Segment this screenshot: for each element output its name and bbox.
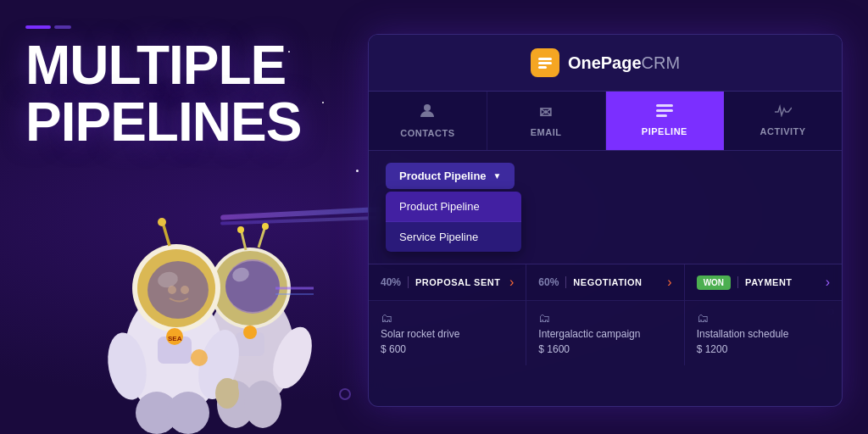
- svg-rect-41: [656, 104, 673, 107]
- logo-two: CRM: [642, 53, 681, 72]
- stage-negotiation-header: 60% NEGOTIATION ›: [526, 264, 683, 301]
- pipeline-dropdown-area: Product Pipeline ▼ Product Pipeline Serv…: [369, 151, 842, 196]
- deal-proposal-icon: 🗂: [381, 311, 514, 325]
- tab-email-label: EMAIL: [531, 127, 562, 137]
- stage-proposal-header: 40% PROPOSAL SENT ›: [369, 264, 526, 301]
- crm-panel: OnePageCRM CONTACTS ✉ EMAIL: [368, 34, 843, 407]
- svg-point-13: [243, 326, 257, 339]
- tab-pipeline-label: PIPELINE: [642, 126, 687, 136]
- stage-payment-name: PAYMENT: [745, 277, 792, 287]
- svg-point-7: [237, 226, 244, 233]
- svg-point-15: [244, 381, 281, 428]
- stage-negotiation-pct: 60%: [538, 276, 559, 288]
- stage-proposal-name: PROPOSAL SENT: [415, 277, 500, 287]
- stage-payment: WON PAYMENT › 🗂 Installation schedule $ …: [685, 264, 842, 365]
- accent-bar-2: [54, 25, 71, 29]
- stage-proposal-pct: 40%: [381, 276, 401, 288]
- stage-proposal: 40% PROPOSAL SENT › 🗂 Solar rocket drive…: [369, 264, 526, 365]
- dropdown-option-service[interactable]: Service Pipeline: [386, 222, 521, 252]
- stage-negotiation-name: NEGOTIATION: [573, 277, 642, 287]
- logo-icon: [531, 48, 559, 77]
- dropdown-option-product[interactable]: Product Pipeline: [386, 192, 521, 222]
- svg-rect-27: [230, 380, 238, 395]
- crm-header: OnePageCRM: [369, 35, 842, 92]
- stage-payment-header: WON PAYMENT ›: [685, 264, 842, 301]
- svg-point-32: [191, 349, 208, 366]
- svg-text:SEA: SEA: [168, 335, 182, 342]
- pipeline-stages: 40% PROPOSAL SENT › 🗂 Solar rocket drive…: [369, 264, 842, 365]
- deal-card-negotiation: 🗂 Intergalactic campaign $ 1600: [526, 301, 683, 365]
- svg-point-22: [181, 286, 189, 294]
- title-line2: PIPELINES: [25, 92, 301, 153]
- tab-contacts[interactable]: CONTACTS: [369, 92, 487, 150]
- logo-text: OnePageCRM: [568, 53, 680, 73]
- astronaut-illustration: SEA: [42, 163, 364, 434]
- deal-negotiation-icon: 🗂: [538, 311, 671, 325]
- deal-card-proposal: 🗂 Solar rocket drive $ 600: [369, 301, 526, 365]
- svg-point-40: [424, 104, 431, 111]
- svg-rect-38: [538, 62, 552, 64]
- svg-line-23: [164, 225, 170, 246]
- deal-proposal-name: Solar rocket drive: [381, 328, 514, 340]
- deal-payment-icon: 🗂: [697, 311, 830, 325]
- svg-point-19: [147, 261, 209, 319]
- tab-email[interactable]: ✉ EMAIL: [487, 92, 606, 150]
- tab-activity-label: ACTIVITY: [760, 126, 806, 136]
- stage-proposal-arrow: ›: [509, 275, 514, 290]
- title-line1: MULTIPLE: [25, 35, 286, 96]
- svg-point-24: [158, 218, 166, 226]
- dropdown-arrow-icon: ▼: [493, 171, 502, 181]
- deal-payment-name: Installation schedule: [697, 328, 830, 340]
- tab-pipeline[interactable]: PIPELINE: [606, 92, 725, 150]
- svg-rect-42: [656, 109, 673, 112]
- deal-card-payment: 🗂 Installation schedule $ 1200: [685, 301, 842, 365]
- stage-divider-1: [408, 276, 409, 288]
- stage-divider-2: [565, 276, 566, 288]
- svg-point-4: [225, 261, 280, 312]
- dropdown-option-product-label: Product Pipeline: [399, 200, 480, 213]
- activity-icon: [775, 103, 792, 121]
- deal-negotiation-name: Intergalactic campaign: [538, 328, 671, 340]
- stage-negotiation-arrow: ›: [667, 275, 671, 290]
- stage-divider-3: [737, 276, 738, 288]
- deal-negotiation-amount: $ 1600: [538, 343, 671, 355]
- deal-payment-amount: $ 1200: [697, 343, 830, 355]
- svg-rect-43: [656, 114, 667, 117]
- tab-contacts-label: CONTACTS: [400, 128, 454, 138]
- accent-bar-1: [25, 25, 51, 29]
- dropdown-option-service-label: Service Pipeline: [399, 231, 478, 243]
- nav-tabs: CONTACTS ✉ EMAIL PIPELINE ACTIVITY: [369, 92, 842, 151]
- email-icon: ✉: [539, 103, 553, 122]
- svg-rect-39: [538, 66, 547, 69]
- svg-point-21: [168, 286, 176, 294]
- contacts-icon: [419, 103, 436, 123]
- title-accent: [25, 25, 348, 29]
- svg-line-8: [259, 229, 264, 248]
- tab-activity[interactable]: ACTIVITY: [724, 92, 842, 150]
- won-badge: WON: [697, 275, 731, 290]
- stage-negotiation: 60% NEGOTIATION › 🗂 Intergalactic campai…: [526, 264, 684, 365]
- stage-payment-arrow: ›: [826, 275, 830, 290]
- svg-line-6: [242, 232, 246, 250]
- pipeline-dropdown-menu: Product Pipeline Service Pipeline: [386, 192, 521, 252]
- pipeline-icon: [656, 103, 673, 121]
- deal-proposal-amount: $ 600: [381, 343, 514, 355]
- svg-point-9: [262, 223, 269, 230]
- dropdown-selected-text: Product Pipeline: [399, 170, 487, 182]
- svg-point-34: [167, 392, 209, 434]
- main-title: MULTIPLE PIPELINES: [25, 37, 348, 151]
- svg-rect-37: [538, 58, 552, 60]
- pipeline-dropdown-button[interactable]: Product Pipeline ▼: [386, 163, 515, 189]
- logo-one: OnePage: [568, 53, 642, 72]
